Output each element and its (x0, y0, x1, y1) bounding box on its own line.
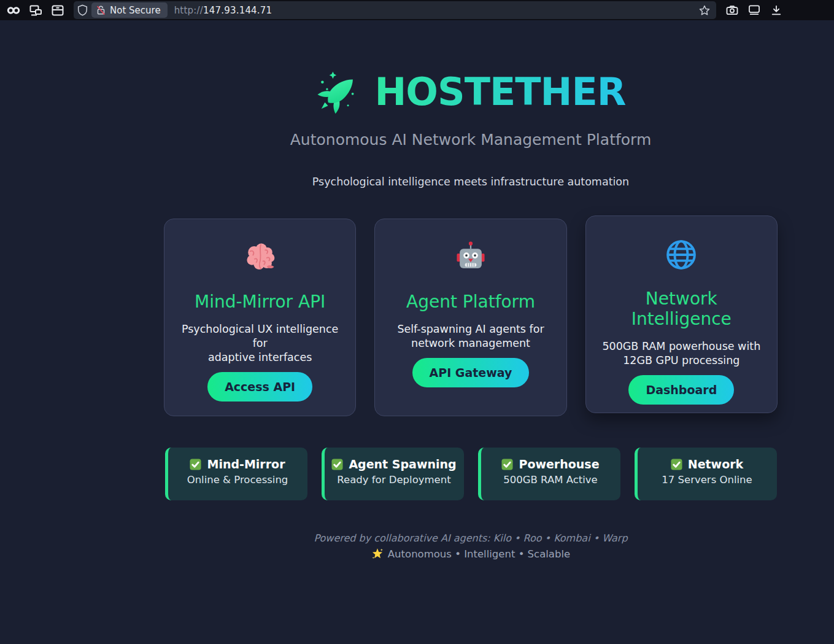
card-title: Network Intelligence (601, 289, 762, 329)
logo-row: HOSTETHER (164, 67, 778, 116)
card-mind-mirror: Mind-Mirror API Psychological UX intelli… (164, 219, 356, 416)
infinity-icon[interactable] (2, 1, 25, 19)
check-icon (501, 459, 513, 470)
security-chip[interactable]: Not Secure (91, 2, 168, 18)
url-host: 147.93.144.71 (203, 5, 272, 16)
check-icon (671, 459, 682, 470)
card-description: Self-spawning AI agents for network mana… (390, 322, 551, 351)
bookmark-star-icon[interactable] (695, 1, 714, 19)
card-description: Psychological UX intelligence for adapti… (179, 322, 341, 365)
badge-subtitle: 500GB RAM Active (481, 474, 620, 486)
dashboard-button[interactable]: Dashboard (628, 375, 734, 405)
check-icon (331, 459, 343, 470)
download-icon (771, 5, 782, 16)
archive-icon[interactable] (47, 1, 69, 19)
infinity-icon (7, 6, 20, 15)
status-badges: Mind-Mirror Online & Processing Agent Sp… (164, 448, 778, 500)
screen-share-icon[interactable] (25, 1, 47, 19)
rocket-icon (315, 67, 360, 116)
page-footer: Powered by collaborative AI agents: Kilo… (164, 532, 778, 560)
card-network-intelligence: Network Intelligence 500GB RAM powerhous… (585, 215, 778, 413)
window-icon[interactable] (743, 1, 765, 19)
brand-title: HOSTETHER (374, 69, 625, 114)
badge-title-text: Network (688, 456, 743, 472)
card-title: Mind-Mirror API (179, 292, 341, 312)
security-label: Not Secure (110, 5, 161, 16)
insecure-lock-icon (96, 5, 106, 15)
badge-powerhouse: Powerhouse 500GB RAM Active (478, 448, 620, 500)
badge-title-text: Mind-Mirror (207, 456, 285, 472)
api-gateway-button[interactable]: API Gateway (412, 358, 530, 387)
download-icon[interactable] (765, 1, 787, 19)
card-title: Agent Platform (390, 292, 551, 312)
card-agent-platform: Agent Platform Self-spawning AI agents f… (374, 219, 566, 416)
url-bar[interactable]: Not Secure http://147.93.144.71 (74, 1, 716, 19)
archive-icon (52, 5, 64, 16)
glowing-star-icon (371, 548, 384, 560)
badge-agent-spawning: Agent Spawning Ready for Deployment (322, 448, 464, 500)
hostether-page: HOSTETHER Autonomous AI Network Manageme… (164, 67, 778, 560)
robot-icon (390, 240, 551, 276)
url-scheme: http:// (174, 5, 203, 16)
badge-title-text: Powerhouse (519, 456, 599, 472)
window-icon (748, 5, 760, 15)
screen-share-icon (29, 5, 42, 16)
footer-credits: Powered by collaborative AI agents: Kilo… (164, 532, 778, 544)
check-icon (190, 459, 201, 470)
access-api-button[interactable]: Access API (207, 372, 312, 402)
brain-icon (179, 240, 341, 276)
page-tagline: Psychological intelligence meets infrast… (164, 176, 778, 188)
page-subtitle: Autonomous AI Network Management Platfor… (164, 131, 778, 149)
url-text: http://147.93.144.71 (174, 5, 272, 16)
badge-title-text: Agent Spawning (349, 456, 456, 472)
shield-icon[interactable] (77, 4, 88, 16)
badge-subtitle: Ready for Deployment (325, 474, 464, 486)
badge-network: Network 17 Servers Online (635, 448, 777, 500)
feature-cards: Mind-Mirror API Psychological UX intelli… (164, 219, 778, 416)
badge-subtitle: Online & Processing (168, 474, 307, 486)
badge-subtitle: 17 Servers Online (638, 474, 777, 486)
globe-icon (601, 237, 762, 273)
card-description: 500GB RAM powerhouse with 12GB GPU proce… (601, 339, 762, 368)
camera-icon (726, 5, 738, 15)
footer-motto: Autonomous • Intelligent • Scalable (388, 548, 570, 560)
browser-toolbar: Not Secure http://147.93.144.71 (0, 0, 834, 20)
camera-icon[interactable] (721, 1, 743, 19)
badge-mind-mirror: Mind-Mirror Online & Processing (165, 448, 307, 500)
